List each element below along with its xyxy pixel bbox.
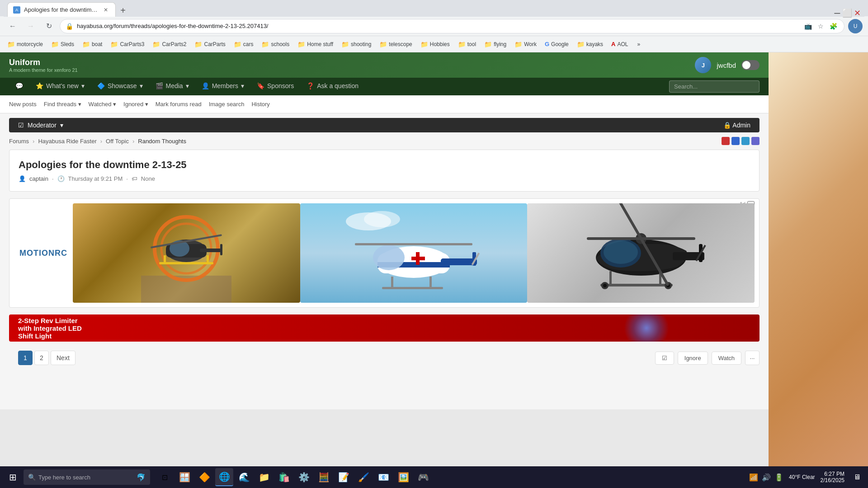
forward-button[interactable]: → (24, 19, 38, 33)
task-view-button[interactable]: ⊡ (156, 468, 174, 486)
show-desktop-button[interactable]: 🖥 (850, 470, 864, 484)
dark-mode-toggle[interactable] (741, 60, 760, 70)
network-icon[interactable]: 📶 (749, 473, 758, 482)
next-page-button[interactable]: Next (51, 351, 75, 365)
bookmark-label: cars (243, 41, 254, 47)
pagination-section: 1 2 Next ☑ Ignore Watch (9, 346, 760, 370)
extensions-icon[interactable]: 🧩 (828, 21, 839, 32)
bookmark-carparts2[interactable]: 📁 CarParts2 (149, 38, 190, 51)
battery-icon[interactable]: 🔋 (774, 473, 783, 482)
taskbar-app-store[interactable]: 🛍️ (275, 468, 293, 486)
bookmark-google[interactable]: G Google (541, 38, 572, 51)
page-2-button[interactable]: 2 (34, 351, 49, 365)
svg-rect-7 (220, 244, 222, 255)
color-swatch-purple[interactable] (751, 137, 760, 145)
bookmark-star-icon[interactable]: ☆ (815, 21, 826, 32)
taskbar-app-paint[interactable]: 🖌️ (354, 468, 373, 486)
nav-item-home[interactable]: 💬 (9, 78, 29, 95)
bookmark-homestuff[interactable]: 📁 Home stuff (294, 38, 337, 51)
sponsors-icon: 🔖 (257, 82, 264, 89)
bookmark-label: Google (551, 41, 569, 47)
user-avatar[interactable]: J (695, 57, 711, 73)
tab-title: Apologies for the downtime 2-... (24, 6, 98, 13)
subnav-history[interactable]: History (251, 99, 269, 109)
refresh-button[interactable]: ↻ (42, 19, 56, 33)
bookmark-sleds[interactable]: 📁 Sleds (47, 38, 78, 51)
tag-icon: 🏷 (132, 175, 137, 182)
mark-read-button[interactable]: ☑ (655, 352, 674, 365)
bookmark-kayaks[interactable]: 📁 kayaks (573, 38, 607, 51)
minimize-button[interactable]: ─ (834, 9, 841, 17)
bookmark-carparts[interactable]: 📁 CarParts (191, 38, 229, 51)
start-button[interactable]: ⊞ (4, 468, 22, 486)
dropdown-arrow: ▾ (113, 101, 116, 108)
search-input[interactable] (669, 80, 760, 93)
taskbar-app-calc[interactable]: 🧮 (315, 468, 333, 486)
taskbar-app-folder[interactable]: 📁 (255, 468, 273, 486)
nav-item-whatsnew[interactable]: ⭐ What's new ▾ (29, 78, 91, 95)
subnav-new-posts[interactable]: New posts (9, 99, 37, 109)
bookmark-aol[interactable]: A AOL (608, 38, 632, 51)
taskbar-app-settings[interactable]: ⚙️ (295, 468, 313, 486)
tab-favicon: A (13, 6, 20, 14)
bookmark-hobbies[interactable]: 📁 Hobbies (417, 38, 453, 51)
nav-item-media[interactable]: 🎬 Media ▾ (149, 78, 195, 95)
user-profile-button[interactable]: U (848, 19, 863, 33)
clock[interactable]: 6:27 PM 2/16/2025 (821, 471, 844, 483)
active-tab[interactable]: A Apologies for the downtime 2-... ✕ (7, 2, 116, 17)
nav-item-sponsors[interactable]: 🔖 Sponsors (250, 78, 300, 95)
maximize-button[interactable]: ⬜ (844, 9, 851, 17)
bookmark-label: CarParts (204, 41, 225, 47)
subnav-mark-read[interactable]: Mark forums read (156, 99, 202, 109)
taskbar-app-edge[interactable]: 🌊 (235, 468, 253, 486)
color-swatch-lightblue[interactable] (741, 137, 750, 145)
taskbar-app-notepad[interactable]: 📝 (335, 468, 353, 486)
breadcrumb-hayabusa[interactable]: Hayabusa Ride Faster (38, 138, 96, 145)
taskbar-search[interactable]: 🔍 Type here to search 🐬 (24, 469, 150, 485)
more-bookmarks-button[interactable]: » (634, 38, 644, 51)
nav-item-members[interactable]: 👤 Members ▾ (195, 78, 250, 95)
ignore-button[interactable]: Ignore (678, 352, 708, 365)
bookmark-tool[interactable]: 📁 tool (454, 38, 480, 51)
bookmark-flying[interactable]: 📁 flying (481, 38, 510, 51)
nav-item-showcase[interactable]: 🔷 Showcase ▾ (91, 78, 149, 95)
forum-nav: 💬 ⭐ What's new ▾ 🔷 Showcase ▾ 🎬 Med (0, 78, 769, 95)
bookmark-cars[interactable]: 📁 cars (230, 38, 257, 51)
color-swatch-blue[interactable] (731, 137, 740, 145)
bookmark-boat[interactable]: 📁 boat (79, 38, 106, 51)
moderator-dropdown-icon[interactable]: ▾ (60, 122, 63, 129)
watch-button[interactable]: Watch (712, 352, 741, 365)
bookmark-work[interactable]: 📁 Work (511, 38, 540, 51)
weather-display[interactable]: 40°F Clear (789, 474, 815, 480)
color-swatch-red[interactable] (722, 137, 730, 145)
taskbar-app-game[interactable]: 🎮 (414, 468, 432, 486)
taskbar-app-chrome[interactable]: 🌐 (215, 468, 233, 486)
screen-cast-icon[interactable]: 📺 (802, 21, 813, 32)
taskbar-app-3[interactable]: 🔶 (195, 468, 213, 486)
subnav-image-search[interactable]: Image search (209, 99, 245, 109)
volume-icon[interactable]: 🔊 (762, 473, 771, 482)
nav-item-ask[interactable]: ❓ Ask a question (300, 78, 365, 95)
thread-author[interactable]: captain (29, 175, 48, 182)
bookmark-carparts3[interactable]: 📁 CarParts3 (107, 38, 148, 51)
breadcrumb-offtopic[interactable]: Off Topic (106, 138, 129, 145)
svg-rect-23 (355, 243, 472, 245)
subnav-watched[interactable]: Watched ▾ (89, 99, 116, 109)
tab-close-button[interactable]: ✕ (102, 6, 110, 14)
taskbar-app-widgets[interactable]: 🪟 (175, 468, 193, 486)
bookmark-motorcycle[interactable]: 📁 motorcycle (4, 38, 47, 51)
new-tab-button[interactable]: + (117, 4, 129, 17)
bookmark-schools[interactable]: 📁 schools (258, 38, 293, 51)
bookmark-shooting[interactable]: 📁 shooting (338, 38, 375, 51)
more-actions-button[interactable]: ··· (745, 351, 760, 365)
bookmark-telescope[interactable]: 📁 telescope (376, 38, 415, 51)
page-1-button[interactable]: 1 (18, 351, 33, 365)
taskbar-app-mail[interactable]: 📧 (374, 468, 392, 486)
address-bar[interactable]: 🔒 hayabusa.org/forum/threads/apologies-f… (60, 19, 844, 33)
subnav-ignored[interactable]: Ignored ▾ (123, 99, 148, 109)
subnav-find-threads[interactable]: Find threads ▾ (44, 99, 81, 109)
taskbar-app-photos[interactable]: 🖼️ (394, 468, 412, 486)
back-button[interactable]: ← (5, 19, 20, 33)
breadcrumb-forums[interactable]: Forums (9, 138, 29, 145)
close-button[interactable]: ✕ (854, 9, 861, 17)
